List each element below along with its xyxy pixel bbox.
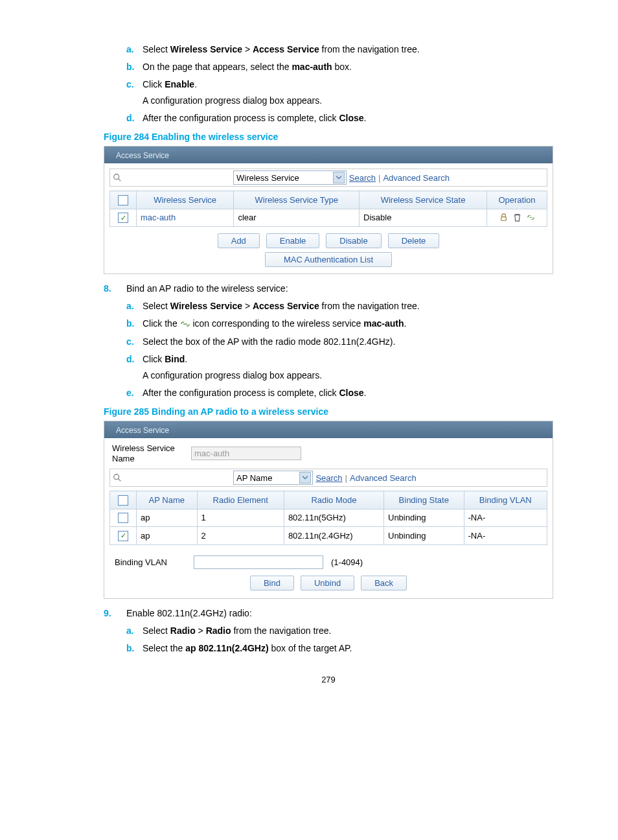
search-input[interactable]	[124, 471, 231, 484]
unbind-button[interactable]: Unbind	[301, 576, 354, 590]
header-checkbox[interactable]	[118, 195, 128, 205]
figure-284-caption: Figure 284 Enabling the wireless service	[104, 132, 553, 142]
binding-vlan-hint: (1-4094)	[331, 557, 363, 567]
search-icon	[113, 173, 122, 182]
row-checkbox[interactable]: ✓	[118, 213, 128, 223]
wireless-service-name-row: Wireless Service Name	[112, 443, 547, 463]
svg-point-0	[114, 174, 119, 180]
enable-button[interactable]: Enable	[266, 233, 319, 248]
step-8b: b. Click the icon corresponding to the w…	[126, 317, 553, 331]
step-8: 8. Bind an AP radio to the wireless serv…	[104, 282, 553, 296]
advanced-search-link[interactable]: Advanced Search	[383, 173, 450, 183]
ws-name-field	[191, 447, 301, 460]
search-row: Wireless Service Search | Advanced Searc…	[109, 169, 547, 187]
bind-button[interactable]: Bind	[250, 576, 294, 590]
search-button[interactable]: Search	[349, 173, 376, 183]
search-button[interactable]: Search	[315, 473, 342, 483]
chevron-down-icon	[333, 172, 345, 183]
chevron-down-icon	[299, 472, 311, 484]
steps-enable-radio: a. Select Radio > Radio from the navigat…	[104, 624, 553, 655]
delete-button[interactable]: Delete	[388, 233, 440, 248]
step-8d: d. Click Bind. A configuration progress …	[126, 353, 553, 382]
header-checkbox[interactable]	[118, 495, 128, 506]
table-row: ap 1 802.11n(5GHz) Unbinding -NA-	[110, 509, 547, 527]
binding-vlan-row: Binding VLAN (1-4094)	[115, 555, 547, 569]
mac-auth-list-button[interactable]: MAC Authentication List	[265, 252, 392, 267]
tab-access-service[interactable]: Access Service	[108, 423, 177, 438]
advanced-search-link[interactable]: Advanced Search	[350, 473, 417, 483]
col-binding-vlan: Binding VLAN	[464, 491, 547, 509]
table-row: ✓ ap 2 802.11n(2.4GHz) Unbinding -NA-	[110, 527, 547, 545]
col-radio-mode: Radio Mode	[284, 491, 383, 509]
step-b: b. On the page that appears, select the …	[126, 60, 553, 74]
step-a: a. Select Wireless Service > Access Serv…	[126, 43, 553, 56]
step-8a: a. Select Wireless Service > Access Serv…	[126, 299, 553, 313]
col-wireless-service: Wireless Service	[137, 191, 234, 209]
step-c: c. Click Enable. A configuration progres…	[126, 78, 553, 108]
security-icon[interactable]	[499, 213, 509, 222]
figure-285-caption: Figure 285 Binding an AP radio to a wire…	[104, 406, 553, 417]
figure-285: Access Service Wireless Service Name AP …	[104, 421, 553, 599]
disable-button[interactable]: Disable	[326, 233, 381, 248]
step-d: d. After the configuration process is co…	[126, 111, 553, 125]
binding-vlan-label: Binding VLAN	[115, 557, 186, 567]
svg-rect-2	[501, 217, 506, 221]
back-button[interactable]: Back	[361, 576, 407, 590]
search-row: AP Name Search | Advanced Search	[109, 469, 547, 487]
search-icon	[113, 473, 122, 482]
search-field-select[interactable]: Wireless Service	[233, 170, 347, 185]
svg-point-3	[114, 474, 119, 480]
wireless-service-table: Wireless Service Wireless Service Type W…	[109, 191, 547, 227]
action-buttons: Add Enable Disable Delete	[104, 233, 553, 248]
binding-vlan-input[interactable]	[194, 555, 323, 569]
col-wireless-service-state: Wireless Service State	[360, 191, 487, 209]
delete-icon[interactable]	[512, 213, 522, 222]
ap-radio-table: AP Name Radio Element Radio Mode Binding…	[109, 491, 547, 545]
svg-line-1	[119, 179, 121, 181]
link-icon	[180, 318, 190, 331]
add-button[interactable]: Add	[218, 233, 260, 248]
figure-284: Access Service Wireless Service Search |…	[104, 146, 553, 274]
service-name-link[interactable]: mac-auth	[141, 213, 176, 222]
col-binding-state: Binding State	[384, 491, 464, 509]
step-8c: c. Select the box of the AP with the rad…	[126, 335, 553, 349]
col-checkbox	[110, 191, 137, 209]
svg-line-4	[119, 479, 121, 482]
col-radio-element: Radio Element	[197, 491, 284, 509]
step-8e: e. After the configuration process is co…	[126, 386, 553, 400]
row-checkbox[interactable]: ✓	[118, 531, 128, 541]
col-ap-name: AP Name	[137, 491, 198, 509]
bind-action-buttons: Bind Unbind Back	[104, 576, 553, 590]
search-input[interactable]	[124, 171, 231, 184]
tab-access-service[interactable]: Access Service	[108, 148, 177, 163]
table-row: ✓ mac-auth clear Disable	[110, 209, 547, 227]
col-wireless-service-type: Wireless Service Type	[234, 191, 360, 209]
row-checkbox[interactable]	[118, 513, 128, 523]
steps-bind-ap: a. Select Wireless Service > Access Serv…	[104, 299, 553, 400]
step-9a: a. Select Radio > Radio from the navigat…	[126, 624, 553, 638]
step-9b: b. Select the ap 802.11n(2.4GHz) box of …	[126, 642, 553, 655]
steps-enable-wireless: a. Select Wireless Service > Access Serv…	[104, 43, 553, 125]
link-icon[interactable]	[526, 213, 536, 222]
col-operation: Operation	[487, 191, 547, 209]
ws-name-label: Wireless Service Name	[112, 443, 183, 463]
step-9: 9. Enable 802.11n(2.4GHz) radio:	[104, 607, 553, 620]
tab-bar: Access Service	[104, 421, 553, 438]
tab-bar: Access Service	[104, 146, 553, 163]
page-number: 279	[104, 675, 553, 684]
search-field-select[interactable]: AP Name	[233, 471, 313, 485]
